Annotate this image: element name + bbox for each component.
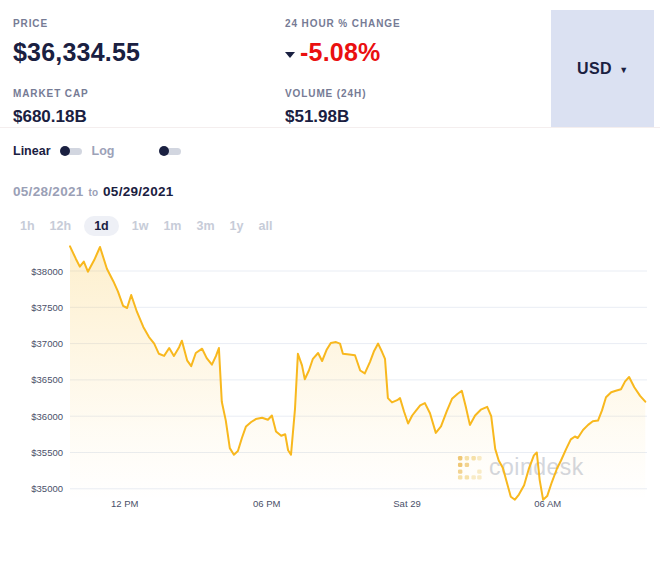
- market-cap-label: MARKET CAP: [13, 88, 140, 99]
- range-button-1h[interactable]: 1h: [18, 216, 37, 236]
- price-area-chart[interactable]: $38000$37500$37000$36500$36000$35500$350…: [0, 245, 660, 520]
- change-stats-column: 24 HOUR % CHANGE -5.08% VOLUME (24H) $51…: [285, 18, 401, 127]
- change-value-row: -5.08%: [285, 38, 401, 67]
- end-date[interactable]: 05/29/2021: [103, 184, 174, 199]
- y-axis-tick: $37500: [31, 302, 63, 313]
- y-axis-tick: $36000: [31, 411, 63, 422]
- range-button-1d[interactable]: 1d: [84, 216, 119, 236]
- y-axis-tick: $35500: [31, 447, 63, 458]
- currency-selector[interactable]: USD ▼: [551, 10, 654, 127]
- coindesk-price-widget: { "header": { "price": {"label": "PRICE"…: [0, 0, 660, 580]
- range-button-3m[interactable]: 3m: [195, 216, 217, 236]
- price-stats-column: PRICE $36,334.55 MARKET CAP $680.18B: [13, 18, 140, 127]
- log-label[interactable]: Log: [92, 144, 115, 158]
- secondary-toggle[interactable]: [160, 148, 181, 155]
- toggle-knob: [159, 146, 169, 156]
- y-axis-tick: $37000: [31, 338, 63, 349]
- range-button-all[interactable]: all: [256, 216, 274, 236]
- linear-log-toggle[interactable]: [61, 148, 82, 155]
- start-date[interactable]: 05/28/2021: [13, 184, 84, 199]
- volume-label: VOLUME (24H): [285, 88, 401, 99]
- y-axis-tick: $35000: [31, 483, 63, 494]
- header-divider: [0, 127, 660, 128]
- price-value: $36,334.55: [13, 38, 140, 67]
- range-button-1m[interactable]: 1m: [161, 216, 183, 236]
- y-axis-tick: $36500: [31, 374, 63, 385]
- change-label: 24 HOUR % CHANGE: [285, 18, 401, 29]
- time-range-buttons: 1h12h1d1w1m3m1yall: [18, 216, 274, 236]
- market-cap-value: $680.18B: [13, 107, 140, 127]
- volume-value: $51.98B: [285, 107, 401, 127]
- price-chart[interactable]: coindesk $38000$37500$37000$36500$36000$…: [0, 245, 660, 520]
- range-button-12h[interactable]: 12h: [48, 216, 74, 236]
- currency-selector-value: USD: [577, 60, 612, 78]
- date-range: 05/28/2021 to 05/29/2021: [13, 184, 174, 199]
- y-axis-tick: $38000: [31, 266, 63, 277]
- range-button-1y[interactable]: 1y: [228, 216, 246, 236]
- change-value: -5.08%: [300, 38, 380, 67]
- scale-toggle-row: Linear Log: [13, 143, 191, 159]
- linear-label[interactable]: Linear: [13, 144, 51, 158]
- down-triangle-icon: [285, 52, 295, 58]
- date-range-separator: to: [89, 187, 98, 198]
- chevron-down-icon: ▼: [619, 63, 628, 75]
- range-button-1w[interactable]: 1w: [130, 216, 151, 236]
- price-label: PRICE: [13, 18, 140, 29]
- toggle-knob: [60, 146, 70, 156]
